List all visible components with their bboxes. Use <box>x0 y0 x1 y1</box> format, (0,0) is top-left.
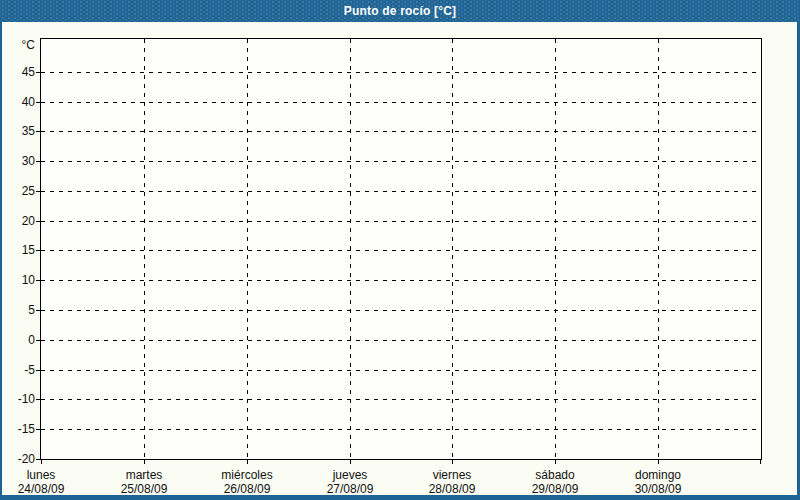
h-gridline <box>41 72 761 73</box>
x-axis-tick <box>144 459 145 464</box>
y-axis-tick <box>36 72 41 73</box>
x-axis-tick <box>452 459 453 464</box>
v-gridline <box>247 39 248 459</box>
y-tick-label: -15 <box>1 422 35 436</box>
y-tick-label: 10 <box>1 273 35 287</box>
y-tick-label: 45 <box>1 65 35 79</box>
x-day-label: miércoles26/08/09 <box>192 468 302 496</box>
h-gridline <box>41 102 761 103</box>
day-name-label: sábado <box>500 468 610 482</box>
x-axis-tick <box>760 459 761 464</box>
v-gridline <box>452 39 453 459</box>
day-date-label: 27/08/09 <box>295 482 405 496</box>
y-axis-tick <box>36 102 41 103</box>
v-gridline <box>144 39 145 459</box>
x-day-label: jueves27/08/09 <box>295 468 405 496</box>
x-day-label: domingo30/08/09 <box>603 468 713 496</box>
y-axis-tick <box>36 310 41 311</box>
day-date-label: 26/08/09 <box>192 482 302 496</box>
h-gridline <box>41 221 761 222</box>
h-gridline <box>41 280 761 281</box>
chart-canvas: °C 454035302520151050-5-10-15-20lunes24/… <box>2 22 797 495</box>
day-name-label: martes <box>89 468 199 482</box>
x-axis-tick <box>555 459 556 464</box>
y-axis-tick <box>36 340 41 341</box>
y-tick-label: 0 <box>1 333 35 347</box>
h-gridline <box>41 310 761 311</box>
y-tick-label: -10 <box>1 392 35 406</box>
y-tick-label: 25 <box>1 184 35 198</box>
y-axis-tick <box>36 370 41 371</box>
v-gridline <box>555 39 556 459</box>
day-name-label: viernes <box>397 468 507 482</box>
y-axis-tick <box>36 161 41 162</box>
h-gridline <box>41 161 761 162</box>
y-axis-tick <box>36 399 41 400</box>
day-name-label: jueves <box>295 468 405 482</box>
day-date-label: 29/08/09 <box>500 482 610 496</box>
page-title: Punto de rocío [°C] <box>344 4 457 18</box>
y-axis-tick <box>36 221 41 222</box>
y-axis-tick <box>36 191 41 192</box>
h-gridline <box>41 429 761 430</box>
y-axis-tick <box>36 250 41 251</box>
x-day-label: sábado29/08/09 <box>500 468 610 496</box>
plot-area: °C 454035302520151050-5-10-15-20lunes24/… <box>40 38 762 460</box>
y-axis-unit-label: °C <box>1 38 35 52</box>
day-date-label: 30/08/09 <box>603 482 713 496</box>
chart-window: Punto de rocío [°C] °C 45403530252015105… <box>0 0 800 500</box>
h-gridline <box>41 399 761 400</box>
x-axis-tick <box>658 459 659 464</box>
v-gridline <box>350 39 351 459</box>
title-bar: Punto de rocío [°C] <box>0 0 800 22</box>
h-gridline <box>41 370 761 371</box>
h-gridline <box>41 191 761 192</box>
y-tick-label: 40 <box>1 95 35 109</box>
y-tick-label: 5 <box>1 303 35 317</box>
y-tick-label: -5 <box>1 363 35 377</box>
y-axis-tick <box>36 429 41 430</box>
h-gridline <box>41 250 761 251</box>
x-axis-tick <box>41 459 42 464</box>
v-gridline <box>658 39 659 459</box>
y-tick-label: 15 <box>1 243 35 257</box>
day-name-label: lunes <box>0 468 96 482</box>
h-gridline <box>41 131 761 132</box>
day-date-label: 28/08/09 <box>397 482 507 496</box>
x-day-label: lunes24/08/09 <box>0 468 96 496</box>
x-axis-tick <box>247 459 248 464</box>
y-axis-tick <box>36 131 41 132</box>
h-gridline <box>41 340 761 341</box>
y-tick-label: 20 <box>1 214 35 228</box>
y-tick-label: 35 <box>1 124 35 138</box>
day-name-label: domingo <box>603 468 713 482</box>
y-tick-label: -20 <box>1 452 35 466</box>
y-tick-label: 30 <box>1 154 35 168</box>
y-axis-tick <box>36 280 41 281</box>
x-axis-tick <box>350 459 351 464</box>
day-date-label: 25/08/09 <box>89 482 199 496</box>
x-day-label: viernes28/08/09 <box>397 468 507 496</box>
day-date-label: 24/08/09 <box>0 482 96 496</box>
day-name-label: miércoles <box>192 468 302 482</box>
x-day-label: martes25/08/09 <box>89 468 199 496</box>
